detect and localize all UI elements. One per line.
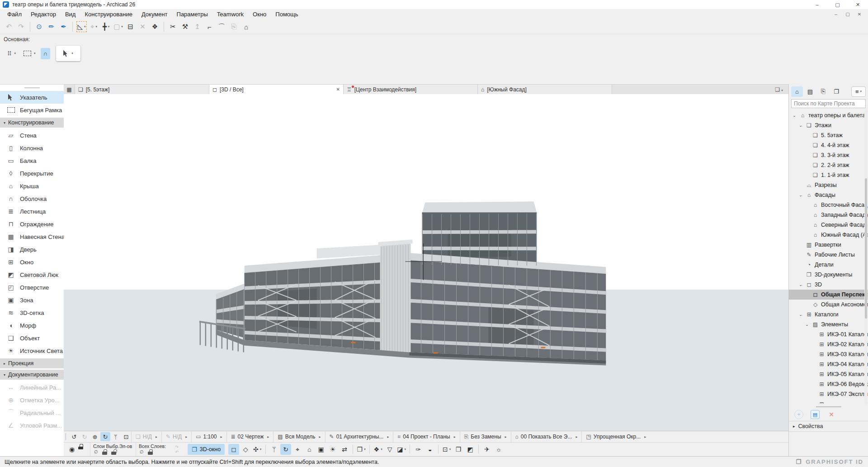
chevron-down-icon[interactable] bbox=[798, 193, 803, 197]
cutting-plane-icon[interactable]: ◪ bbox=[396, 444, 407, 455]
doc-restore-icon[interactable]: ▢ bbox=[843, 10, 852, 19]
toolbox-item[interactable]: ⊓ Ограждение bbox=[0, 218, 64, 230]
paint-icon[interactable]: ◒ bbox=[425, 444, 435, 455]
adjust-icon[interactable]: ⚒ bbox=[179, 21, 191, 33]
toolbox-item[interactable]: ⊕ Отметка Уро... bbox=[0, 394, 64, 406]
fit-view-icon[interactable]: ⊡ bbox=[121, 432, 131, 441]
quickbar-field[interactable]: ◳ Упрощенная Окр... bbox=[581, 431, 650, 442]
menu-item[interactable]: Вид bbox=[61, 10, 80, 19]
snap-points-icon[interactable]: ╋ bbox=[100, 21, 112, 33]
item-icon[interactable] bbox=[438, 445, 439, 454]
undo-icon[interactable]: ↶ bbox=[3, 21, 14, 33]
toolbox-item[interactable]: ▭ Балка bbox=[0, 154, 64, 167]
pointer-icon[interactable] bbox=[56, 46, 80, 61]
elevate-icon[interactable]: ↥ bbox=[192, 21, 203, 33]
delete-icon[interactable]: ✕ bbox=[827, 410, 836, 419]
tree-item[interactable]: ❏ 3. 3-й этаж bbox=[789, 150, 868, 160]
fit-home-icon[interactable]: ⌂ bbox=[304, 444, 315, 455]
quickbar-grip[interactable] bbox=[66, 433, 67, 440]
chevron-down-icon[interactable] bbox=[798, 312, 803, 317]
walk-icon[interactable]: ᛘ bbox=[269, 444, 279, 455]
item-icon[interactable] bbox=[478, 445, 479, 454]
tree-item[interactable]: ▥ Развертки bbox=[789, 240, 868, 250]
tab-close-icon[interactable] bbox=[336, 87, 340, 92]
menu-item[interactable]: Параметры bbox=[172, 10, 212, 19]
panel-grip[interactable] bbox=[816, 406, 841, 407]
tree-item[interactable]: ◻ 3D bbox=[789, 280, 868, 290]
view-tab[interactable]: ❏ [5. 5этаж] bbox=[75, 85, 209, 94]
tree-item[interactable]: ⊞ ИКЭ-04 Каталог С bbox=[789, 359, 868, 369]
tree-item[interactable]: ⊞ bbox=[789, 399, 868, 404]
toolbox-item[interactable]: ▦ Навесная Стена bbox=[0, 230, 64, 243]
new-view-icon[interactable]: ❏ bbox=[775, 86, 783, 93]
quickbar-field[interactable]: ✎ 01 Архитектурны... bbox=[325, 431, 393, 442]
explore-icon[interactable]: ᛘ bbox=[111, 432, 121, 441]
menu-item[interactable]: Документ bbox=[137, 10, 172, 19]
tree-item[interactable]: ⊞ ИКЭ-01 Каталог С bbox=[789, 329, 868, 339]
snapshot-icon[interactable]: ⊡ bbox=[441, 444, 452, 455]
tree-item[interactable]: ⌂ Восточный Фасад ( bbox=[789, 200, 868, 210]
chevron-down-icon[interactable] bbox=[804, 322, 810, 327]
view-map-icon[interactable]: ▤ bbox=[804, 86, 816, 97]
quickbar-field[interactable]: ⎘ Без Замены bbox=[460, 431, 511, 442]
tree-item[interactable]: ⊞ ИКЭ-02 Каталог Е bbox=[789, 339, 868, 349]
toolbox-item[interactable]: Указатель bbox=[0, 91, 64, 104]
toolbox-item[interactable]: ◖ Морф bbox=[0, 319, 64, 332]
3d-viewport[interactable] bbox=[64, 94, 788, 431]
home-story-icon[interactable]: ⌂ bbox=[241, 21, 252, 33]
tree-item[interactable]: ⌂ Фасады bbox=[789, 190, 868, 200]
menu-item[interactable]: Конструирование bbox=[80, 10, 137, 19]
publisher-icon[interactable]: ❐ bbox=[830, 86, 842, 97]
quickbar-field[interactable]: ▭ 1:100 bbox=[191, 431, 226, 442]
add-icon[interactable]: + bbox=[794, 410, 803, 419]
tree-item[interactable]: ◻ Общая Перспекти bbox=[789, 290, 868, 300]
copy-view-icon[interactable]: ❐ bbox=[453, 444, 464, 455]
toolbox-item[interactable]: ▯ Колонна bbox=[0, 142, 64, 154]
perspective-icon[interactable]: ◻ bbox=[228, 444, 239, 455]
tree-item[interactable]: ⊞ ИКЭ-06 Ведомост bbox=[789, 379, 868, 389]
look-to-icon[interactable]: ⌖ bbox=[292, 444, 303, 455]
item-icon[interactable] bbox=[265, 445, 266, 454]
menu-item[interactable]: Окно bbox=[248, 10, 271, 19]
selection-grips-icon[interactable]: ⠿ bbox=[5, 48, 19, 59]
tree-item[interactable]: ⊞ Каталоги bbox=[789, 310, 868, 319]
lock-elements-icon[interactable] bbox=[78, 444, 89, 449]
fillet-icon[interactable]: ⌒ bbox=[216, 21, 227, 33]
toolbox-item[interactable]: ⌒ Радиальный ... bbox=[0, 406, 64, 419]
tree-item[interactable]: ⊞ ИКЭ-03 Каталог Д bbox=[789, 349, 868, 359]
maximize-icon[interactable]: ▢ bbox=[827, 0, 848, 9]
quickbar-field[interactable]: ⌂ 00 Показать Все Э... bbox=[511, 431, 582, 442]
tree-item[interactable]: ❏ 4. 4-й этаж bbox=[789, 140, 868, 150]
tree-item[interactable]: ◔ Детали bbox=[789, 260, 868, 270]
toolbox-item[interactable]: ⌂ Крыша bbox=[0, 180, 64, 192]
sun-object-icon[interactable]: ☼ bbox=[493, 444, 504, 455]
camera-path-icon[interactable]: ▣ bbox=[316, 444, 326, 455]
scrollbar-thumb[interactable] bbox=[865, 178, 867, 319]
brush-icon[interactable]: ✑ bbox=[413, 444, 424, 455]
chevron-down-icon[interactable] bbox=[798, 282, 803, 287]
tree-item[interactable]: ⌂ Северный Фасад (А bbox=[789, 220, 868, 230]
quickbar-field[interactable]: ▨ Вся Модель bbox=[273, 431, 325, 442]
quickbar-field[interactable]: ⌗ 04 Проект - Планы bbox=[393, 431, 459, 442]
toolbox-item[interactable]: ↔ Линейный Ра... bbox=[0, 381, 64, 394]
orbit-icon[interactable]: ↻ bbox=[100, 432, 110, 441]
tree-item[interactable]: ⌂ Западный Фасад (А bbox=[789, 210, 868, 220]
toolbox-item[interactable]: Бегущая Рамка bbox=[0, 104, 64, 116]
transform-icon[interactable]: ❖ bbox=[149, 21, 160, 33]
toolbox-item[interactable]: ◰ Отверстие bbox=[0, 281, 64, 294]
close-icon[interactable]: ✕ bbox=[848, 0, 868, 9]
view-gizmo-icon[interactable]: ✣ bbox=[252, 444, 263, 455]
view-tab[interactable]: ⌂ [Южный Фасад] bbox=[478, 85, 612, 94]
chevron-down-icon[interactable] bbox=[792, 113, 797, 118]
inject-parameters-icon[interactable]: ✒ bbox=[58, 21, 69, 33]
toolbox-item[interactable]: ❑ Объект bbox=[0, 332, 64, 344]
tree-item[interactable]: ⌂ Южный Фасад (Авт bbox=[789, 230, 868, 240]
tree-item[interactable]: ✎ Рабочие Листы bbox=[789, 250, 868, 260]
item-icon[interactable] bbox=[30, 22, 30, 32]
menu-item[interactable]: Помощь bbox=[271, 10, 302, 19]
toolbox-item[interactable]: ◊ Перекрытие bbox=[0, 167, 64, 180]
tree-item[interactable]: ❏ 1. 1-й этаж bbox=[789, 170, 868, 180]
tree-item[interactable]: ❏ Этажи bbox=[789, 120, 868, 130]
toolbox-item[interactable]: ◨ Дверь bbox=[0, 243, 64, 256]
quickbar-field[interactable]: ≣ 02 Чертеж bbox=[226, 431, 274, 442]
